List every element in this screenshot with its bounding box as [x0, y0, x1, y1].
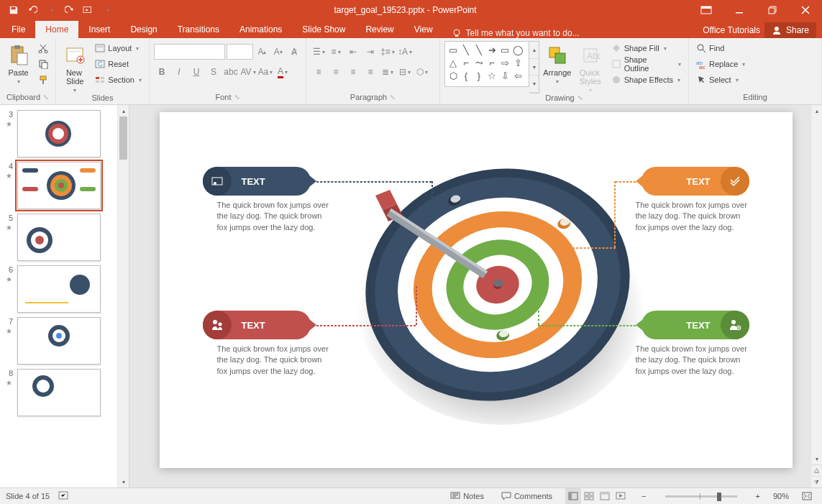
normal-view-button[interactable]: [565, 488, 581, 504]
shape-hex-icon[interactable]: ⬡: [447, 69, 460, 82]
shape-arrow-icon[interactable]: ➔: [485, 43, 498, 56]
shapes-gallery-scroll[interactable]: ▴▾▾: [529, 41, 539, 93]
redo-icon[interactable]: [62, 2, 78, 18]
reset-button[interactable]: Reset: [92, 57, 145, 71]
sorter-view-button[interactable]: [581, 488, 597, 504]
slideshow-view-button[interactable]: [613, 488, 629, 504]
char-spacing-button[interactable]: AV: [240, 64, 256, 80]
shape-line2-icon[interactable]: ╲: [472, 43, 485, 56]
font-launcher[interactable]: ⤡: [234, 93, 240, 101]
decrease-font-icon[interactable]: A▾: [271, 44, 286, 60]
notes-button[interactable]: Notes: [446, 488, 488, 504]
start-from-beginning-icon[interactable]: [81, 2, 96, 18]
font-color-button[interactable]: A: [275, 64, 291, 80]
slide-counter[interactable]: Slide 4 of 15: [6, 492, 50, 500]
font-size-combo[interactable]: [227, 44, 253, 60]
tab-review[interactable]: Review: [355, 21, 403, 38]
copy-button[interactable]: [35, 57, 51, 71]
thumb-6[interactable]: 6★: [0, 263, 129, 315]
shape-curve-icon[interactable]: ⤳: [472, 56, 485, 69]
section-button[interactable]: Section: [92, 73, 145, 87]
cut-button[interactable]: [35, 41, 51, 55]
shape-brace-r-icon[interactable]: }: [472, 69, 485, 82]
text-direction-button[interactable]: ↕A: [397, 44, 413, 60]
canvas-scrollbar-v[interactable]: ▴▾⧋⧩: [810, 105, 822, 487]
paragraph-launcher[interactable]: ⤡: [390, 93, 396, 101]
zoom-level[interactable]: 90%: [773, 492, 789, 500]
slide[interactable]: TEXT The quick brown fox jumps over the …: [160, 112, 793, 468]
thumbs-scrollbar[interactable]: ▴▾: [117, 105, 129, 487]
clipboard-launcher[interactable]: ⤡: [43, 93, 49, 101]
shape-line-icon[interactable]: ╲: [460, 43, 472, 56]
tab-transitions[interactable]: Transitions: [168, 21, 229, 38]
change-case-button[interactable]: Aa: [257, 64, 273, 80]
format-painter-button[interactable]: [35, 73, 51, 87]
shape-oval-icon[interactable]: ◯: [511, 43, 524, 56]
shadow-button[interactable]: abc: [223, 64, 239, 80]
shape-effects-button[interactable]: Shape Effects: [608, 73, 684, 87]
shape-rect-icon[interactable]: ▭: [447, 43, 460, 56]
smartart-button[interactable]: ⬡: [414, 64, 430, 80]
save-icon[interactable]: [6, 2, 22, 18]
tell-me[interactable]: Tell me what you want to do...: [443, 28, 703, 38]
zoom-slider[interactable]: [665, 495, 737, 498]
tab-insert[interactable]: Insert: [78, 21, 120, 38]
paste-button[interactable]: Paste ▾: [4, 41, 32, 87]
thumb-7[interactable]: 7★: [0, 315, 129, 367]
shape-arrow5-icon[interactable]: ⇦: [511, 69, 524, 82]
fit-to-window-button[interactable]: [798, 488, 816, 504]
bullets-button[interactable]: ☰: [311, 44, 326, 60]
bold-button[interactable]: B: [154, 64, 170, 80]
align-text-button[interactable]: ⊟: [397, 64, 413, 80]
shape-brace-l-icon[interactable]: {: [460, 69, 472, 82]
align-center-button[interactable]: ≡: [328, 64, 344, 80]
thumb-4[interactable]: 4★: [0, 160, 129, 211]
thumb-5[interactable]: 5★: [0, 211, 129, 263]
justify-button[interactable]: ≡: [362, 64, 378, 80]
undo-icon[interactable]: [24, 2, 40, 18]
shape-star-icon[interactable]: ☆: [485, 69, 498, 82]
tab-home[interactable]: Home: [35, 21, 78, 38]
clear-formatting-icon[interactable]: A̷: [287, 44, 301, 60]
office-tutorials-link[interactable]: Office Tutorials: [703, 25, 760, 35]
drawing-launcher[interactable]: ⤡: [577, 94, 583, 101]
increase-font-icon[interactable]: A▴: [255, 44, 269, 60]
columns-button[interactable]: ≣: [380, 64, 396, 80]
align-right-button[interactable]: ≡: [345, 64, 361, 80]
tab-file[interactable]: File: [1, 21, 35, 38]
shape-elbow-icon[interactable]: ⌐: [460, 56, 472, 69]
shapes-gallery[interactable]: ▭╲╲➔▭◯ △⌐⤳⌐⇨⇧ ⬡{}☆⇩⇦: [444, 41, 529, 87]
undo-dropdown[interactable]: [43, 2, 59, 18]
thumb-3[interactable]: 3★: [0, 108, 129, 160]
restore-button[interactable]: [756, 0, 789, 20]
qat-customize[interactable]: [99, 2, 115, 18]
numbering-button[interactable]: ≡: [328, 44, 344, 60]
spellcheck-icon[interactable]: [58, 490, 70, 502]
shape-tri-icon[interactable]: △: [447, 56, 460, 69]
shape-arrow3-icon[interactable]: ⇧: [511, 56, 524, 69]
reading-view-button[interactable]: [597, 488, 613, 504]
minimize-button[interactable]: [723, 0, 756, 20]
shape-elbow2-icon[interactable]: ⌐: [485, 56, 498, 69]
line-spacing-button[interactable]: ‡≡: [380, 44, 396, 60]
strikethrough-button[interactable]: S: [206, 64, 222, 80]
share-button[interactable]: Share: [764, 22, 816, 38]
align-left-button[interactable]: ≡: [311, 64, 326, 80]
tab-animations[interactable]: Animations: [229, 21, 292, 38]
font-family-combo[interactable]: [154, 44, 225, 60]
layout-button[interactable]: Layout: [92, 41, 145, 55]
ribbon-display-icon[interactable]: [690, 0, 723, 20]
tab-design[interactable]: Design: [120, 21, 167, 38]
underline-button[interactable]: U: [188, 64, 204, 80]
tab-slideshow[interactable]: Slide Show: [292, 21, 355, 38]
select-button[interactable]: Select: [693, 73, 748, 87]
tab-view[interactable]: View: [404, 21, 443, 38]
new-slide-button[interactable]: New Slide ▾: [60, 41, 89, 93]
shape-arrow2-icon[interactable]: ⇨: [498, 56, 511, 69]
shape-fill-button[interactable]: Shape Fill: [608, 41, 684, 55]
shape-arrow4-icon[interactable]: ⇩: [498, 69, 511, 82]
shape-outline-button[interactable]: Shape Outline: [608, 57, 684, 71]
thumb-8[interactable]: 8★: [0, 367, 129, 418]
close-button[interactable]: [789, 0, 822, 20]
replace-button[interactable]: abacReplace: [693, 57, 748, 71]
